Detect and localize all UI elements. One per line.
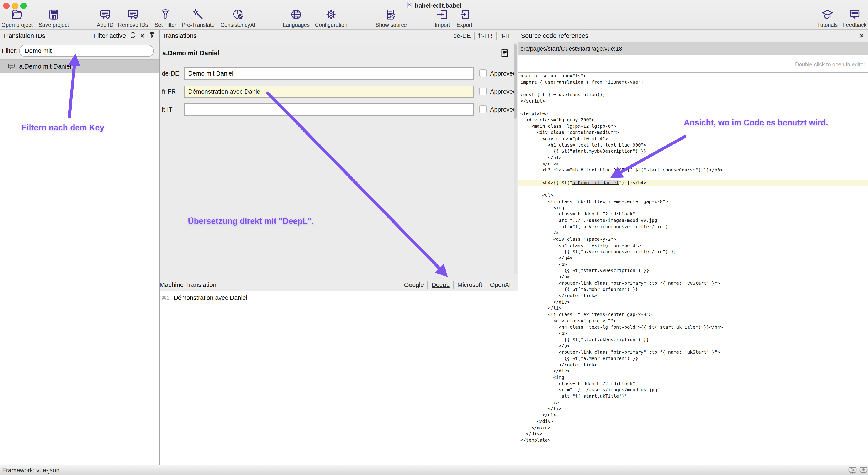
tab-fr-fr[interactable]: fr-FR bbox=[474, 32, 496, 40]
filter-input[interactable] bbox=[19, 45, 154, 57]
close-panel-icon[interactable]: ✕ bbox=[859, 32, 868, 40]
clear-filter-icon[interactable]: ✕ bbox=[140, 32, 145, 40]
code-line: </router-link> bbox=[521, 293, 868, 299]
code-line bbox=[521, 173, 868, 180]
save-project-floppy-icon bbox=[48, 8, 60, 21]
code-line: <div class="container-medium"> bbox=[521, 129, 868, 136]
code-line: class="hidden h-72 md:block" bbox=[521, 381, 868, 387]
toolbar-button-set-filter[interactable]: Set Filter bbox=[155, 8, 176, 28]
source-file-reference[interactable]: src/pages/start/GuestStartPage.vue:18 bbox=[518, 42, 868, 55]
translation-input-fr-FR[interactable] bbox=[184, 86, 474, 98]
code-line: <h4 class="text-lg font-bold">{{ $t("sta… bbox=[521, 324, 868, 331]
tutorials-cap-icon bbox=[821, 8, 834, 21]
open-project-folder-icon bbox=[11, 8, 23, 21]
code-line: </router-link> bbox=[521, 362, 868, 368]
translation-key-title: a.Demo mit Daniel bbox=[162, 49, 219, 57]
languages-globe-icon bbox=[290, 8, 303, 21]
toolbar-button-pre-translate[interactable]: Pre-Translate bbox=[182, 8, 215, 28]
code-line: </div> bbox=[521, 418, 868, 425]
code-line: <h3 class="mb-8 text-blue-900">{{ $t("st… bbox=[521, 167, 868, 173]
code-line: <p> bbox=[521, 330, 868, 337]
show-source-icon bbox=[385, 8, 398, 21]
provider-tab-openai[interactable]: OpenAI bbox=[486, 281, 514, 289]
translation-ids-panel: Translation IDs Filter active ✕ Filter: … bbox=[0, 30, 160, 465]
approved-checkbox-de-DE[interactable] bbox=[479, 69, 487, 77]
code-line: </script> bbox=[521, 98, 868, 104]
code-line: </h4> bbox=[521, 255, 868, 261]
toolbar-button-consistencyai[interactable]: ConsistencyAI bbox=[220, 8, 255, 28]
code-line: <main class="lg:px-12 lg:pb-6"> bbox=[521, 123, 868, 130]
notepad-icon[interactable] bbox=[500, 47, 509, 60]
code-line: <div class="bg-gray-200"> bbox=[521, 117, 868, 123]
code-line: {{ $t("start.ukDescription") }} bbox=[521, 337, 868, 343]
svg-text:b: b bbox=[408, 3, 411, 7]
babel-document-icon: b bbox=[406, 1, 412, 10]
source-code-view[interactable]: <script setup lang="ts">import { useTran… bbox=[518, 73, 868, 465]
toolbar-button-save-project[interactable]: Save project bbox=[39, 8, 69, 28]
code-line-highlighted: <h4>{{ $t("a.Demo mit Daniel") }}</h4> bbox=[518, 180, 868, 186]
toolbar-button-label: Tutorials bbox=[817, 22, 838, 28]
window-title: b babel-edit.babel bbox=[406, 1, 462, 10]
suggestion-shortcut: ⌘1 bbox=[161, 295, 169, 301]
babeledit-window: b babel-edit.babel Open projectSave proj… bbox=[0, 0, 868, 475]
toolbar-button-label: Import bbox=[435, 22, 450, 28]
code-line: </main> bbox=[521, 425, 868, 431]
machine-translation-content: ⌘1 Démonstration avec Daniel bbox=[160, 291, 518, 465]
translations-panel: Translations de-DEfr-FRit-IT a.Demo mit … bbox=[160, 30, 518, 465]
toolbar-button-configuration[interactable]: Configuration bbox=[315, 8, 347, 28]
toolbar-button-label: Export bbox=[457, 22, 472, 28]
toolbar-button-feedback[interactable]: Feedback bbox=[843, 8, 866, 28]
approved-checkbox-it-IT[interactable] bbox=[479, 105, 487, 113]
toolbar-button-add-id[interactable]: Add ID bbox=[97, 8, 113, 28]
code-line: class="hidden h-72 md:block" bbox=[521, 211, 868, 217]
code-line: <li class="mb-16 flex items-center gap-x… bbox=[521, 199, 868, 205]
translation-waves-bubble-icon[interactable] bbox=[848, 467, 857, 475]
translation-id-list-item[interactable]: a.Demo mit Daniel bbox=[0, 60, 159, 73]
toolbar-button-label: Configuration bbox=[315, 22, 347, 28]
import-icon bbox=[436, 8, 449, 21]
add-id-icon bbox=[99, 8, 112, 21]
code-line: <div class="space-y-2"> bbox=[521, 318, 868, 324]
code-line: </div> bbox=[521, 161, 868, 167]
code-line: {{ $t("a.Versicherungsvermittler/-in") }… bbox=[521, 249, 868, 255]
provider-tab-deepl[interactable]: DeepL bbox=[427, 281, 453, 289]
code-line: <ul> bbox=[521, 192, 868, 199]
filter-label: Filter: bbox=[2, 42, 18, 60]
toolbar-button-export[interactable]: Export bbox=[457, 8, 472, 28]
toolbar-button-languages[interactable]: Languages bbox=[283, 8, 310, 28]
tab-de-de[interactable]: de-DE bbox=[450, 32, 474, 40]
toolbar-button-label: Remove IDs bbox=[118, 22, 148, 28]
tab-it-it[interactable]: it-IT bbox=[496, 32, 515, 40]
toolbar-button-tutorials[interactable]: Tutorials bbox=[817, 8, 838, 28]
translation-input-it-IT[interactable] bbox=[184, 103, 474, 116]
filter-funnel-icon[interactable] bbox=[149, 32, 156, 40]
scrollbar-thumb[interactable] bbox=[514, 44, 517, 119]
code-line: import { useTranslation } from "i18next-… bbox=[521, 79, 868, 86]
machine-translation-provider-tabs: GoogleDeepLMicrosoftOpenAI bbox=[400, 281, 518, 289]
provider-tab-google[interactable]: Google bbox=[400, 281, 427, 289]
toolbar-button-label: Save project bbox=[39, 22, 69, 28]
approved-label: Approved bbox=[490, 67, 517, 80]
code-line: const { t } = useTranslation(); bbox=[521, 92, 868, 98]
approved-checkbox-fr-FR[interactable] bbox=[479, 88, 487, 95]
code-line: <router-link class="btn-primary" :to="{ … bbox=[521, 349, 868, 355]
code-line bbox=[521, 85, 868, 92]
code-line bbox=[521, 104, 868, 110]
toolbar-button-remove-ids[interactable]: Remove IDs bbox=[118, 8, 148, 28]
export-icon bbox=[458, 8, 471, 21]
toolbar-button-import[interactable]: Import bbox=[435, 8, 450, 28]
translations-scrollbar[interactable] bbox=[514, 43, 517, 274]
toolbar-button-show-source[interactable]: Show source bbox=[375, 8, 407, 28]
toolbar-button-label: Add ID bbox=[97, 22, 113, 28]
provider-tab-microsoft[interactable]: Microsoft bbox=[453, 281, 486, 289]
consistency-ai-brain-icon bbox=[231, 8, 244, 21]
translation-input-de-DE[interactable] bbox=[184, 67, 474, 80]
toolbar-button-label: Pre-Translate bbox=[182, 22, 215, 28]
toolbar-button-open-project[interactable]: Open project bbox=[1, 8, 32, 28]
code-line: /> bbox=[521, 230, 868, 236]
machine-translation-suggestion[interactable]: ⌘1 Démonstration avec Daniel bbox=[161, 295, 247, 302]
refresh-icon[interactable] bbox=[129, 32, 136, 40]
toolbar: b babel-edit.babel Open projectSave proj… bbox=[0, 0, 868, 30]
translation-bubble-icon bbox=[7, 63, 16, 70]
favorite-star-bubble-icon[interactable] bbox=[859, 467, 868, 475]
